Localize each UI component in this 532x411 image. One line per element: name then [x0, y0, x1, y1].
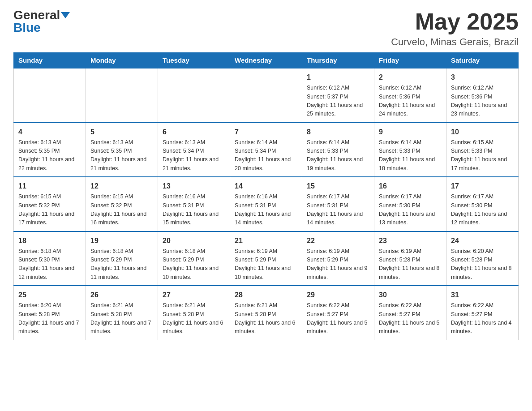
- calendar-table: SundayMondayTuesdayWednesdayThursdayFrid…: [13, 52, 519, 340]
- page-header: General Blue May 2025 Curvelo, Minas Ger…: [13, 9, 519, 48]
- calendar-day-cell: 3Sunrise: 6:12 AM Sunset: 5:36 PM Daylig…: [446, 68, 519, 123]
- day-info: Sunrise: 6:14 AM Sunset: 5:33 PM Dayligh…: [379, 138, 442, 173]
- day-number: 11: [18, 181, 81, 192]
- day-info: Sunrise: 6:12 AM Sunset: 5:37 PM Dayligh…: [307, 84, 369, 119]
- calendar-day-cell: [158, 68, 230, 123]
- day-info: Sunrise: 6:15 AM Sunset: 5:32 PM Dayligh…: [18, 193, 81, 227]
- day-info: Sunrise: 6:22 AM Sunset: 5:27 PM Dayligh…: [379, 301, 442, 336]
- calendar-day-cell: 23Sunrise: 6:19 AM Sunset: 5:28 PM Dayli…: [374, 231, 446, 286]
- calendar-day-cell: 2Sunrise: 6:12 AM Sunset: 5:36 PM Daylig…: [374, 68, 446, 123]
- calendar-day-cell: 19Sunrise: 6:18 AM Sunset: 5:29 PM Dayli…: [86, 231, 158, 286]
- calendar-day-cell: [86, 68, 158, 123]
- day-number: 17: [451, 181, 514, 192]
- day-info: Sunrise: 6:18 AM Sunset: 5:30 PM Dayligh…: [18, 247, 81, 282]
- calendar-day-cell: 17Sunrise: 6:17 AM Sunset: 5:30 PM Dayli…: [446, 177, 519, 231]
- day-number: 28: [235, 290, 297, 300]
- day-info: Sunrise: 6:14 AM Sunset: 5:33 PM Dayligh…: [307, 138, 369, 173]
- day-info: Sunrise: 6:19 AM Sunset: 5:29 PM Dayligh…: [307, 247, 369, 282]
- day-info: Sunrise: 6:20 AM Sunset: 5:28 PM Dayligh…: [18, 301, 81, 336]
- day-number: 9: [379, 127, 442, 137]
- calendar-day-cell: 16Sunrise: 6:17 AM Sunset: 5:30 PM Dayli…: [374, 177, 446, 231]
- day-number: 12: [90, 181, 153, 192]
- day-info: Sunrise: 6:12 AM Sunset: 5:36 PM Dayligh…: [379, 84, 442, 119]
- day-number: 27: [163, 290, 225, 300]
- calendar-week-row: 25Sunrise: 6:20 AM Sunset: 5:28 PM Dayli…: [14, 286, 519, 340]
- day-number: 6: [163, 127, 225, 137]
- calendar-day-cell: 15Sunrise: 6:17 AM Sunset: 5:31 PM Dayli…: [302, 177, 374, 231]
- calendar-day-cell: 30Sunrise: 6:22 AM Sunset: 5:27 PM Dayli…: [374, 286, 446, 340]
- calendar-day-cell: 6Sunrise: 6:13 AM Sunset: 5:34 PM Daylig…: [158, 123, 230, 177]
- calendar-day-header: Friday: [374, 53, 446, 68]
- day-info: Sunrise: 6:20 AM Sunset: 5:28 PM Dayligh…: [451, 247, 514, 282]
- day-info: Sunrise: 6:21 AM Sunset: 5:28 PM Dayligh…: [163, 301, 225, 336]
- calendar-day-cell: 28Sunrise: 6:21 AM Sunset: 5:28 PM Dayli…: [230, 286, 302, 340]
- day-info: Sunrise: 6:22 AM Sunset: 5:27 PM Dayligh…: [451, 301, 514, 336]
- calendar-day-cell: 1Sunrise: 6:12 AM Sunset: 5:37 PM Daylig…: [302, 68, 374, 123]
- calendar-week-row: 18Sunrise: 6:18 AM Sunset: 5:30 PM Dayli…: [14, 231, 519, 286]
- calendar-day-cell: 27Sunrise: 6:21 AM Sunset: 5:28 PM Dayli…: [158, 286, 230, 340]
- calendar-day-header: Thursday: [302, 53, 374, 68]
- calendar-day-header: Sunday: [14, 53, 86, 68]
- day-number: 10: [451, 127, 514, 137]
- calendar-day-cell: 29Sunrise: 6:22 AM Sunset: 5:27 PM Dayli…: [302, 286, 374, 340]
- calendar-day-cell: 7Sunrise: 6:14 AM Sunset: 5:34 PM Daylig…: [230, 123, 302, 177]
- calendar-day-cell: 11Sunrise: 6:15 AM Sunset: 5:32 PM Dayli…: [14, 177, 86, 231]
- calendar-day-cell: 8Sunrise: 6:14 AM Sunset: 5:33 PM Daylig…: [302, 123, 374, 177]
- day-info: Sunrise: 6:19 AM Sunset: 5:29 PM Dayligh…: [235, 247, 297, 282]
- day-info: Sunrise: 6:12 AM Sunset: 5:36 PM Dayligh…: [451, 84, 514, 119]
- day-info: Sunrise: 6:17 AM Sunset: 5:30 PM Dayligh…: [379, 193, 442, 227]
- calendar-day-cell: 13Sunrise: 6:16 AM Sunset: 5:31 PM Dayli…: [158, 177, 230, 231]
- day-number: 26: [90, 290, 153, 300]
- calendar-day-cell: 18Sunrise: 6:18 AM Sunset: 5:30 PM Dayli…: [14, 231, 86, 286]
- calendar-week-row: 1Sunrise: 6:12 AM Sunset: 5:37 PM Daylig…: [14, 68, 519, 123]
- logo: General Blue: [13, 9, 70, 34]
- calendar-day-header: Wednesday: [230, 53, 302, 68]
- day-info: Sunrise: 6:16 AM Sunset: 5:31 PM Dayligh…: [235, 193, 297, 227]
- calendar-day-header: Monday: [86, 53, 158, 68]
- day-info: Sunrise: 6:17 AM Sunset: 5:30 PM Dayligh…: [451, 193, 514, 227]
- day-number: 15: [307, 181, 369, 192]
- calendar-day-cell: 24Sunrise: 6:20 AM Sunset: 5:28 PM Dayli…: [446, 231, 519, 286]
- day-number: 30: [379, 290, 442, 300]
- calendar-day-cell: [14, 68, 86, 123]
- calendar-day-cell: [230, 68, 302, 123]
- day-number: 21: [235, 235, 297, 246]
- day-number: 7: [235, 127, 297, 137]
- day-number: 16: [379, 181, 442, 192]
- calendar-day-cell: 10Sunrise: 6:15 AM Sunset: 5:33 PM Dayli…: [446, 123, 519, 177]
- day-number: 25: [18, 290, 81, 300]
- day-number: 5: [90, 127, 153, 137]
- calendar-day-cell: 22Sunrise: 6:19 AM Sunset: 5:29 PM Dayli…: [302, 231, 374, 286]
- day-info: Sunrise: 6:16 AM Sunset: 5:31 PM Dayligh…: [163, 193, 225, 227]
- calendar-day-cell: 5Sunrise: 6:13 AM Sunset: 5:35 PM Daylig…: [86, 123, 158, 177]
- day-number: 3: [451, 72, 514, 83]
- day-info: Sunrise: 6:13 AM Sunset: 5:35 PM Dayligh…: [18, 138, 81, 173]
- logo-general-text: General: [13, 9, 60, 21]
- day-number: 13: [163, 181, 225, 192]
- day-info: Sunrise: 6:22 AM Sunset: 5:27 PM Dayligh…: [307, 301, 369, 336]
- title-block: May 2025 Curvelo, Minas Gerais, Brazil: [391, 9, 519, 48]
- day-number: 4: [18, 127, 81, 137]
- day-number: 8: [307, 127, 369, 137]
- location-subtitle: Curvelo, Minas Gerais, Brazil: [391, 36, 519, 48]
- day-info: Sunrise: 6:13 AM Sunset: 5:35 PM Dayligh…: [90, 138, 153, 173]
- day-number: 20: [163, 235, 225, 246]
- day-info: Sunrise: 6:18 AM Sunset: 5:29 PM Dayligh…: [163, 247, 225, 282]
- day-info: Sunrise: 6:15 AM Sunset: 5:33 PM Dayligh…: [451, 138, 514, 173]
- day-number: 14: [235, 181, 297, 192]
- calendar-day-cell: 12Sunrise: 6:15 AM Sunset: 5:32 PM Dayli…: [86, 177, 158, 231]
- day-info: Sunrise: 6:15 AM Sunset: 5:32 PM Dayligh…: [90, 193, 153, 227]
- day-info: Sunrise: 6:13 AM Sunset: 5:34 PM Dayligh…: [163, 138, 225, 173]
- calendar-day-cell: 26Sunrise: 6:21 AM Sunset: 5:28 PM Dayli…: [86, 286, 158, 340]
- day-number: 29: [307, 290, 369, 300]
- calendar-week-row: 11Sunrise: 6:15 AM Sunset: 5:32 PM Dayli…: [14, 177, 519, 231]
- calendar-day-cell: 21Sunrise: 6:19 AM Sunset: 5:29 PM Dayli…: [230, 231, 302, 286]
- calendar-day-cell: 14Sunrise: 6:16 AM Sunset: 5:31 PM Dayli…: [230, 177, 302, 231]
- calendar-day-header: Tuesday: [158, 53, 230, 68]
- day-number: 2: [379, 72, 442, 83]
- calendar-header-row: SundayMondayTuesdayWednesdayThursdayFrid…: [14, 53, 519, 68]
- day-info: Sunrise: 6:17 AM Sunset: 5:31 PM Dayligh…: [307, 193, 369, 227]
- day-number: 31: [451, 290, 514, 300]
- logo-blue-text: Blue: [13, 21, 41, 34]
- day-number: 22: [307, 235, 369, 246]
